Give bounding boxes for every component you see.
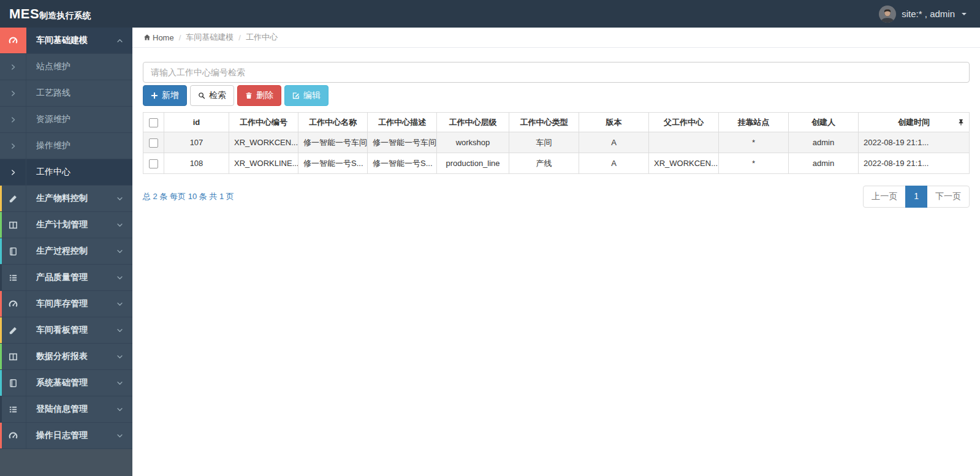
group-color-strip	[0, 396, 2, 422]
list-icon	[0, 265, 26, 290]
dashboard-icon	[0, 423, 26, 448]
pencil-icon	[0, 186, 26, 211]
sidebar-group-system-management[interactable]: 系统基础管理	[0, 370, 132, 396]
sidebar-group-label: 车间基础建模	[26, 28, 116, 53]
sidebar-item-operation-maintenance[interactable]: 操作维护	[0, 133, 132, 159]
sidebar-item-work-center[interactable]: 工作中心	[0, 159, 132, 186]
add-button[interactable]: 新增	[143, 85, 187, 106]
sidebar-group-material-control[interactable]: 生产物料控制	[0, 186, 132, 212]
cell-version: A	[579, 153, 649, 174]
sidebar-group-data-analysis[interactable]: 数据分析报表	[0, 344, 132, 370]
sidebar-group-label: 操作日志管理	[26, 423, 116, 448]
group-color-strip	[0, 370, 2, 396]
trash-icon	[245, 92, 253, 99]
cell-description: 修一智能一号S...	[368, 153, 437, 174]
breadcrumb-home-link[interactable]: Home	[143, 33, 174, 42]
pagination-bar: 总 2 条 每页 10 条 共 1 页 上一页 1 下一页	[143, 186, 970, 208]
user-menu[interactable]: site:* , admin	[879, 6, 980, 23]
column-header-site: 挂靠站点	[719, 113, 789, 132]
top-navbar: MES制造执行系统 site:* , admin	[0, 0, 980, 28]
plus-icon	[151, 92, 158, 99]
select-all-header-cell	[143, 113, 164, 132]
sidebar-item-label: 工艺路线	[26, 80, 132, 106]
content-panel: 新增 检索 删除 编辑	[132, 48, 980, 208]
chevron-right-icon	[0, 133, 26, 159]
table-row[interactable]: 108 XR_WORKLINE... 修一智能一号S... 修一智能一号S...…	[143, 153, 970, 174]
table-header-row: id 工作中心编号 工作中心名称 工作中心描述 工作中心层级 工作中心类型 版本…	[143, 113, 970, 132]
sidebar-group-login-info[interactable]: 登陆信息管理	[0, 396, 132, 423]
sidebar-group-label: 生产物料控制	[26, 186, 116, 211]
cell-level: workshop	[437, 132, 509, 153]
app-logo[interactable]: MES制造执行系统	[0, 6, 132, 22]
pager: 上一页 1 下一页	[863, 186, 970, 208]
group-color-strip	[0, 186, 2, 211]
pin-icon[interactable]	[957, 119, 965, 126]
chevron-down-icon	[116, 238, 132, 264]
select-all-checkbox[interactable]	[149, 118, 158, 127]
column-header-create-time: 创建时间	[859, 113, 970, 132]
cell-creator: admin	[789, 132, 859, 153]
sidebar-group-label: 数据分析报表	[26, 344, 116, 369]
sidebar-group-process-control[interactable]: 生产过程控制	[0, 238, 132, 265]
cell-name: 修一智能一号车间	[298, 132, 368, 153]
breadcrumb-section-link[interactable]: 车间基础建模	[186, 32, 234, 43]
columns-icon	[0, 344, 26, 369]
next-page-button[interactable]: 下一页	[927, 186, 970, 208]
book-icon	[0, 370, 26, 396]
chevron-right-icon	[0, 54, 26, 80]
sidebar-item-site-maintenance[interactable]: 站点维护	[0, 54, 132, 80]
sidebar-item-resource-maintenance[interactable]: 资源维护	[0, 107, 132, 133]
delete-button[interactable]: 删除	[237, 85, 281, 106]
sidebar-group-label: 登陆信息管理	[26, 396, 116, 422]
column-header-name: 工作中心名称	[298, 113, 368, 132]
cell-id: 107	[164, 132, 229, 153]
cell-level: production_line	[437, 153, 509, 174]
page-1-button[interactable]: 1	[905, 186, 927, 208]
cell-site: *	[719, 153, 789, 174]
sidebar-item-label: 工作中心	[26, 159, 132, 185]
column-header-code: 工作中心编号	[229, 113, 298, 132]
app-logo-bold: MES	[9, 6, 39, 21]
column-header-version: 版本	[579, 113, 649, 132]
row-checkbox[interactable]	[149, 159, 158, 168]
sidebar-group-kanban-management[interactable]: 车间看板管理	[0, 317, 132, 344]
edit-button-label: 编辑	[303, 90, 321, 101]
table-row[interactable]: 107 XR_WORKCEN... 修一智能一号车间 修一智能一号车间 work…	[143, 132, 970, 153]
group-color-strip	[0, 212, 2, 238]
sidebar-group-operation-log[interactable]: 操作日志管理	[0, 423, 132, 449]
sidebar-item-label: 操作维护	[26, 133, 132, 159]
sidebar-group-quality-management[interactable]: 产品质量管理	[0, 265, 132, 291]
sidebar-group-label: 生产计划管理	[26, 212, 116, 238]
sidebar-filler	[0, 449, 132, 476]
cell-type: 产线	[509, 153, 579, 174]
sidebar-group-inventory-management[interactable]: 车间库存管理	[0, 291, 132, 317]
pencil-icon	[0, 317, 26, 343]
chevron-down-icon	[116, 396, 132, 422]
chevron-down-icon	[116, 423, 132, 448]
pagination-info: 总 2 条 每页 10 条 共 1 页	[143, 191, 234, 202]
sidebar-item-label: 站点维护	[26, 54, 132, 80]
search-input[interactable]	[143, 62, 970, 83]
main-area: Home / 车间基础建模 / 工作中心 新增 检索 删除 编辑	[132, 28, 980, 476]
group-color-strip	[0, 344, 2, 369]
sidebar-item-process-route[interactable]: 工艺路线	[0, 80, 132, 107]
search-button[interactable]: 检索	[190, 85, 234, 106]
chevron-down-icon	[116, 265, 132, 290]
group-color-strip	[0, 291, 2, 317]
app-logo-rest: 制造执行系统	[39, 10, 91, 20]
edit-icon	[292, 92, 300, 99]
cell-create-time: 2022-08-19 21:1...	[859, 132, 970, 153]
edit-button[interactable]: 编辑	[284, 85, 329, 106]
group-color-strip	[0, 423, 2, 448]
user-avatar	[879, 6, 896, 23]
row-checkbox[interactable]	[149, 138, 158, 148]
sidebar-group-workshop-modeling[interactable]: 车间基础建模	[0, 28, 132, 54]
cell-creator: admin	[789, 153, 859, 174]
prev-page-button[interactable]: 上一页	[863, 186, 906, 208]
columns-icon	[0, 212, 26, 238]
work-center-table: id 工作中心编号 工作中心名称 工作中心描述 工作中心层级 工作中心类型 版本…	[143, 112, 970, 174]
sidebar-group-plan-management[interactable]: 生产计划管理	[0, 212, 132, 238]
chevron-right-icon	[0, 107, 26, 132]
chevron-down-icon	[116, 344, 132, 369]
cell-name: 修一智能一号S...	[298, 153, 368, 174]
